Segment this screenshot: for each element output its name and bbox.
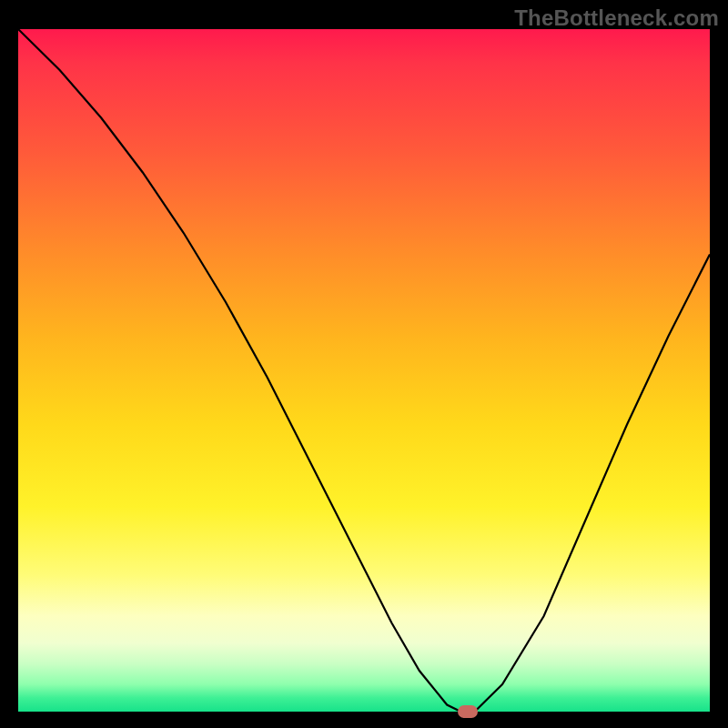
plot-area xyxy=(18,29,710,712)
bottleneck-line xyxy=(18,29,710,712)
chart-frame: TheBottleneck.com xyxy=(0,0,728,728)
watermark-text: TheBottleneck.com xyxy=(514,5,719,31)
optimum-marker xyxy=(458,705,478,718)
bottleneck-path xyxy=(18,29,710,712)
